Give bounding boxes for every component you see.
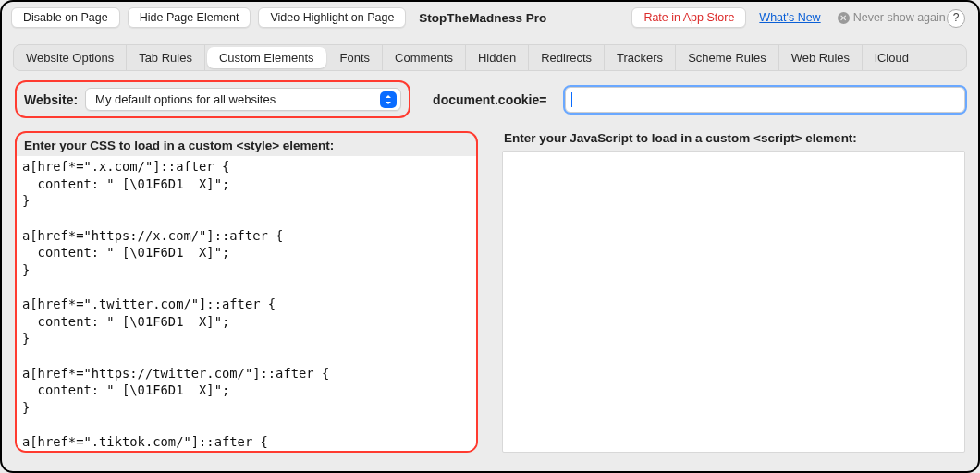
never-show-again[interactable]: ✕ Never show again [834,11,949,24]
css-editor[interactable]: a[href*=".x.com/"]::after { content: " [… [17,156,476,451]
text-cursor-icon [571,92,572,107]
css-panel-heading: Enter your CSS to load in a custom <styl… [17,133,476,156]
section-tabs: Website OptionsTab RulesCustom ElementsF… [13,44,967,71]
rate-app-store-button[interactable]: Rate in App Store [631,7,746,28]
website-row: Website: My default options for all webs… [2,80,978,131]
never-show-label: Never show again [853,11,946,24]
editor-panels: Enter your CSS to load in a custom <styl… [2,131,978,464]
close-icon: ✕ [838,12,850,24]
tab-custom-elements[interactable]: Custom Elements [207,47,326,68]
tab-scheme-rules[interactable]: Scheme Rules [676,45,779,70]
tab-redirects[interactable]: Redirects [529,45,605,70]
website-select[interactable]: My default options for all websites [85,88,401,111]
js-editor[interactable] [502,151,965,453]
tab-icloud[interactable]: iCloud [863,45,921,70]
tab-hidden[interactable]: Hidden [466,45,529,70]
tab-tab-rules[interactable]: Tab Rules [127,45,205,70]
js-panel: Enter your JavaScript to load in a custo… [502,131,965,453]
cookie-input[interactable] [565,87,965,113]
whats-new-link[interactable]: What's New [753,11,826,24]
chevron-updown-icon [380,91,397,108]
app-title: StopTheMadness Pro [413,11,552,25]
tab-fonts[interactable]: Fonts [328,45,384,70]
disable-on-page-button[interactable]: Disable on Page [11,7,120,28]
tab-comments[interactable]: Comments [383,45,466,70]
website-select-value: My default options for all websites [95,92,276,106]
tab-website-options[interactable]: Website Options [14,45,127,70]
tab-trackers[interactable]: Trackers [605,45,676,70]
top-toolbar: Disable on Page Hide Page Element Video … [2,2,978,31]
website-selector-group: Website: My default options for all webs… [15,80,410,118]
cookie-label: document.cookie= [433,92,546,107]
tab-web-rules[interactable]: Web Rules [779,45,863,70]
video-highlight-button[interactable]: Video Highlight on Page [258,7,406,28]
js-panel-heading: Enter your JavaScript to load in a custo… [504,131,965,145]
help-button[interactable]: ? [947,9,965,28]
css-panel: Enter your CSS to load in a custom <styl… [15,131,478,453]
website-label: Website: [24,92,78,107]
hide-page-element-button[interactable]: Hide Page Element [128,7,251,28]
app-window: Disable on Page Hide Page Element Video … [0,0,980,473]
